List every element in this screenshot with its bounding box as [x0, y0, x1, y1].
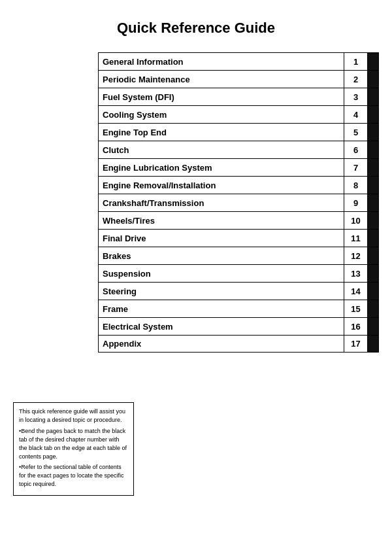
toc-tab — [367, 106, 379, 123]
toc-tab — [367, 212, 379, 229]
toc-number: 15 — [344, 300, 367, 317]
table-row: Appendix17 — [98, 335, 379, 353]
note-box: This quick reference guide will assist y… — [13, 402, 134, 496]
toc-label: Clutch — [98, 141, 344, 158]
table-row: Wheels/Tires10 — [98, 211, 379, 229]
table-row: Frame15 — [98, 300, 379, 317]
toc-number: 9 — [344, 194, 367, 211]
toc-tab — [367, 194, 379, 211]
toc-number: 13 — [344, 265, 367, 282]
toc-tab — [367, 159, 379, 176]
toc-tab — [367, 71, 379, 88]
table-row: Brakes12 — [98, 247, 379, 264]
table-row: Clutch6 — [98, 141, 379, 158]
toc-tab — [367, 265, 379, 282]
table-row: Suspension13 — [98, 264, 379, 282]
toc-label: Final Drive — [98, 230, 344, 247]
toc-number: 4 — [344, 106, 367, 123]
toc-label: Engine Top End — [98, 124, 344, 141]
toc-number: 2 — [344, 71, 367, 88]
page-title: Quick Reference Guide — [13, 20, 379, 37]
toc-tab — [367, 177, 379, 194]
table-row: Engine Lubrication System7 — [98, 158, 379, 176]
toc-number: 17 — [344, 336, 367, 352]
toc-tab — [367, 300, 379, 317]
toc-number: 6 — [344, 141, 367, 158]
table-row: Final Drive11 — [98, 229, 379, 247]
toc-tab — [367, 53, 379, 70]
toc-tab — [367, 230, 379, 247]
table-row: Electrical System16 — [98, 317, 379, 335]
table-of-contents: General Information1Periodic Maintenance… — [98, 52, 379, 353]
table-row: Engine Top End5 — [98, 123, 379, 141]
toc-label: Frame — [98, 300, 344, 317]
toc-number: 14 — [344, 283, 367, 300]
page: Quick Reference Guide General Informatio… — [0, 0, 392, 535]
toc-label: Electrical System — [98, 318, 344, 335]
toc-number: 11 — [344, 230, 367, 247]
toc-label: Crankshaft/Transmission — [98, 194, 344, 211]
toc-tab — [367, 88, 379, 105]
table-row: Engine Removal/Installation8 — [98, 176, 379, 194]
toc-label: Cooling System — [98, 106, 344, 123]
toc-label: Periodic Maintenance — [98, 71, 344, 88]
table-row: Fuel System (DFI)3 — [98, 88, 379, 105]
toc-label: Steering — [98, 283, 344, 300]
toc-tab — [367, 283, 379, 300]
toc-tab — [367, 247, 379, 264]
toc-tab — [367, 124, 379, 141]
toc-label: General Information — [98, 53, 344, 70]
toc-label: Engine Removal/Installation — [98, 177, 344, 194]
table-row: Cooling System4 — [98, 105, 379, 123]
toc-tab — [367, 141, 379, 158]
table-row: General Information1 — [98, 52, 379, 70]
toc-number: 7 — [344, 159, 367, 176]
toc-number: 12 — [344, 247, 367, 264]
toc-label: Suspension — [98, 265, 344, 282]
toc-label: Fuel System (DFI) — [98, 88, 344, 105]
table-row: Steering14 — [98, 282, 379, 300]
toc-number: 5 — [344, 124, 367, 141]
toc-label: Wheels/Tires — [98, 212, 344, 229]
toc-number: 1 — [344, 53, 367, 70]
table-row: Crankshaft/Transmission9 — [98, 194, 379, 211]
toc-tab — [367, 318, 379, 335]
table-row: Periodic Maintenance2 — [98, 70, 379, 88]
toc-label: Brakes — [98, 247, 344, 264]
toc-tab — [367, 336, 379, 352]
toc-label: Engine Lubrication System — [98, 159, 344, 176]
toc-number: 16 — [344, 318, 367, 335]
toc-label: Appendix — [98, 336, 344, 352]
toc-number: 3 — [344, 88, 367, 105]
toc-number: 8 — [344, 177, 367, 194]
toc-number: 10 — [344, 212, 367, 229]
